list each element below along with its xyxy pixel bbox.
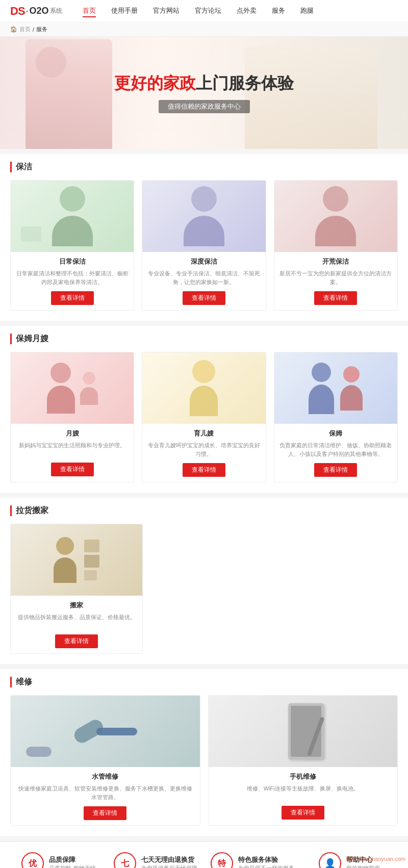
cleaning-body-new: 开荒保洁 新居不亏一宝为您的新家提供全方位的清洁方案。 查看详情 xyxy=(274,252,397,310)
banner: 更好的家政上门服务体验 值得信赖的家政服务中心 xyxy=(0,37,408,149)
nav-item-takeout[interactable]: 点外卖 xyxy=(237,5,257,17)
nanny-title: 保姆月嫂 xyxy=(10,334,398,344)
cleaning-desc-daily: 日常家庭清洁和整理不包括：外窗清洁、橱柜内部及家电保养等清洁。 xyxy=(16,269,129,286)
trust-text-return: 七天无理由退换货 为您提供售后无忧保障 xyxy=(141,855,197,869)
repair-title: 维修 xyxy=(10,677,398,687)
repair-body-pipe: 水管维修 快速维修家庭卫浴具、软管安装维修更换、服务下水槽更换、更换维修水管管路… xyxy=(11,767,200,825)
nanny-btn-baby[interactable]: 查看详情 xyxy=(183,463,225,477)
moving-cards: 搬家 提供物品拆装搬运服务、品质保证、价格最优。 查看详情 xyxy=(10,524,143,654)
banner-text: 更好的家政上门服务体验 值得信赖的家政服务中心 xyxy=(114,72,294,113)
moving-body: 搬家 提供物品拆装搬运服务、品质保证、价格最优。 查看详情 xyxy=(11,596,142,653)
nanny-img-nanny xyxy=(274,352,397,424)
repair-card-phone: 手机维修 维修、WiFi连接等主板故障、换屏、换电池。 查看详情 xyxy=(208,695,398,826)
moving-title: 拉货搬家 xyxy=(10,505,398,516)
header: DS · O2O 系统 首页 使用手册 官方网站 官方论坛 点外卖 服务 跑腿 xyxy=(0,0,408,22)
cleaning-img-new xyxy=(274,181,397,252)
nanny-name-baby: 育儿嫂 xyxy=(147,429,260,438)
moving-section: 拉货搬家 搬家 提供物品拆装搬运服务、品质保证、价格最优 xyxy=(0,498,408,664)
nanny-name-nanny: 保姆 xyxy=(279,429,392,438)
moving-desc: 提供物品拆装搬运服务、品质保证、价格最优。 xyxy=(16,613,137,629)
trust-item-return: 七 七天无理由退换货 为您提供售后无忧保障 xyxy=(107,852,204,868)
nav-item-forum[interactable]: 官方论坛 xyxy=(195,5,221,17)
moving-card: 搬家 提供物品拆装搬运服务、品质保证、价格最优。 查看详情 xyxy=(10,524,143,654)
nanny-card-nanny: 保姆 负责家庭的日常清洁维护、做饭、协助照顾老人、小孩以及客户特别的其他事物等。… xyxy=(274,352,398,482)
nav-item-home[interactable]: 首页 xyxy=(83,5,96,17)
trust-desc-help: 您的购物指南 xyxy=(346,864,380,869)
repair-btn-pipe[interactable]: 查看详情 xyxy=(84,806,126,820)
nav-item-manual[interactable]: 使用手册 xyxy=(111,5,138,17)
nanny-card-baby: 育儿嫂 专业育儿嫂呵护宝宝的成长、培养宝宝的良好习惯。 查看详情 xyxy=(142,352,266,482)
nanny-desc-baby: 专业育儿嫂呵护宝宝的成长、培养宝宝的良好习惯。 xyxy=(147,441,260,458)
repair-name-pipe: 水管维修 xyxy=(16,772,195,781)
trust-icon-help: 👤 xyxy=(319,852,341,868)
trust-section: 优 品质保障 品质护航 购物无忧 七 七天无理由退换货 为您提供售后无忧保障 特… xyxy=(0,841,408,868)
repair-btn-phone[interactable]: 查看详情 xyxy=(282,806,324,820)
repair-desc-phone: 维修、WiFi连接等主板故障、换屏、换电池。 xyxy=(214,784,393,801)
trust-icon-return: 七 xyxy=(114,852,136,868)
nanny-img-baby xyxy=(142,352,265,424)
cleaning-desc-new: 新居不亏一宝为您的新家提供全方位的清洁方案。 xyxy=(279,269,392,286)
repair-img-pipe xyxy=(11,696,200,767)
logo-o2o: O2O xyxy=(30,6,49,16)
watermark: 淘好源 taohaoyuan.com xyxy=(346,855,405,863)
cleaning-name-new: 开荒保洁 xyxy=(279,257,392,266)
trust-text-quality: 品质保障 品质护航 购物无忧 xyxy=(49,855,95,869)
cleaning-btn-daily[interactable]: 查看详情 xyxy=(51,291,94,305)
nanny-body-nanny: 保姆 负责家庭的日常清洁维护、做饭、协助照顾老人、小孩以及客户特别的其他事物等。… xyxy=(274,424,397,482)
cleaning-card-daily: 日常保洁 日常家庭清洁和整理不包括：外窗清洁、橱柜内部及家电保养等清洁。 查看详… xyxy=(10,180,134,311)
cleaning-desc-deep: 专业设备、专业手法保洁、彻底清洁、不留死角，让您的家焕如一新。 xyxy=(147,269,260,286)
nanny-card-monthly: 月嫂 新妈妈与宝宝宝的生活照顾和与专业护理。 查看详情 xyxy=(10,352,134,482)
repair-section: 维修 水管维修 快速维修家庭卫浴具、软管安装维修更换、服务下水槽更换、更换维修水… xyxy=(0,669,408,836)
logo: DS · O2O 系统 xyxy=(10,5,62,18)
trust-title-return: 七天无理由退换货 xyxy=(141,855,197,864)
nanny-body-baby: 育儿嫂 专业育儿嫂呵护宝宝的成长、培养宝宝的良好习惯。 查看详情 xyxy=(142,424,265,482)
breadcrumb-current: 服务 xyxy=(36,25,47,33)
repair-body-phone: 手机维修 维修、WiFi连接等主板故障、换屏、换电池。 查看详情 xyxy=(209,767,398,825)
repair-card-pipe: 水管维修 快速维修家庭卫浴具、软管安装维修更换、服务下水槽更换、更换维修水管管路… xyxy=(10,695,200,826)
nav-item-service[interactable]: 服务 xyxy=(272,5,285,17)
nanny-img-monthly xyxy=(11,352,134,424)
home-icon: 🏠 xyxy=(10,26,17,33)
trust-title-special: 特色服务体验 xyxy=(238,855,294,864)
nanny-body-monthly: 月嫂 新妈妈与宝宝宝的生活照顾和与专业护理。 查看详情 xyxy=(11,424,134,481)
moving-btn[interactable]: 查看详情 xyxy=(55,634,98,648)
cleaning-btn-new[interactable]: 查看详情 xyxy=(314,291,357,305)
cleaning-img-daily xyxy=(11,181,134,252)
trust-desc-quality: 品质护航 购物无忧 xyxy=(49,864,95,869)
banner-title-black: 上门服务体验 xyxy=(196,74,294,92)
trust-text-special: 特色服务体验 为您呈现不一样的服务 xyxy=(238,855,294,869)
nav-item-official[interactable]: 官方网站 xyxy=(153,5,180,17)
nav-item-errand[interactable]: 跑腿 xyxy=(300,5,314,17)
trust-item-quality: 优 品质保障 品质护航 购物无忧 xyxy=(10,852,107,868)
logo-ds: DS xyxy=(10,5,25,18)
breadcrumb: 🏠 首页 / 服务 xyxy=(0,22,408,37)
nanny-desc-monthly: 新妈妈与宝宝宝的生活照顾和与专业护理。 xyxy=(16,441,129,457)
nanny-section: 保姆月嫂 月嫂 新妈妈与宝宝宝的生活照顾和与专业护理。 查看详情 xyxy=(0,326,408,493)
moving-name: 搬家 xyxy=(16,601,137,610)
trust-desc-special: 为您呈现不一样的服务 xyxy=(238,864,294,869)
cleaning-name-daily: 日常保洁 xyxy=(16,257,129,266)
cleaning-body-daily: 日常保洁 日常家庭清洁和整理不包括：外窗清洁、橱柜内部及家电保养等清洁。 查看详… xyxy=(11,252,134,310)
nanny-cards: 月嫂 新妈妈与宝宝宝的生活照顾和与专业护理。 查看详情 育儿嫂 专业育儿嫂呵护宝… xyxy=(10,352,398,482)
repair-cards: 水管维修 快速维修家庭卫浴具、软管安装维修更换、服务下水槽更换、更换维修水管管路… xyxy=(10,695,398,826)
trust-icon-quality: 优 xyxy=(21,852,44,868)
trust-item-special: 特 特色服务体验 为您呈现不一样的服务 xyxy=(204,852,301,868)
cleaning-body-deep: 深度保洁 专业设备、专业手法保洁、彻底清洁、不留死角，让您的家焕如一新。 查看详… xyxy=(142,252,265,310)
logo-sys: 系统 xyxy=(50,7,62,15)
banner-title-red: 更好的家政 xyxy=(114,74,196,92)
banner-head xyxy=(36,47,66,78)
cleaning-btn-deep[interactable]: 查看详情 xyxy=(183,291,225,305)
repair-desc-pipe: 快速维修家庭卫浴具、软管安装维修更换、服务下水槽更换、更换维修水管管路。 xyxy=(16,784,195,801)
trust-icon-special: 特 xyxy=(211,852,233,868)
trust-title-quality: 品质保障 xyxy=(49,855,95,864)
nanny-btn-monthly[interactable]: 查看详情 xyxy=(51,463,94,476)
cleaning-card-deep: 深度保洁 专业设备、专业手法保洁、彻底清洁、不留死角，让您的家焕如一新。 查看详… xyxy=(142,180,266,311)
cleaning-card-new: 开荒保洁 新居不亏一宝为您的新家提供全方位的清洁方案。 查看详情 xyxy=(274,180,398,311)
breadcrumb-home[interactable]: 首页 xyxy=(19,25,31,33)
banner-subtitle: 值得信赖的家政服务中心 xyxy=(159,100,250,113)
repair-img-phone xyxy=(209,696,398,767)
cleaning-title: 保洁 xyxy=(10,162,398,172)
trust-desc-return: 为您提供售后无忧保障 xyxy=(141,864,197,869)
cleaning-cards: 日常保洁 日常家庭清洁和整理不包括：外窗清洁、橱柜内部及家电保养等清洁。 查看详… xyxy=(10,180,398,311)
nanny-btn-nanny[interactable]: 查看详情 xyxy=(314,463,357,477)
